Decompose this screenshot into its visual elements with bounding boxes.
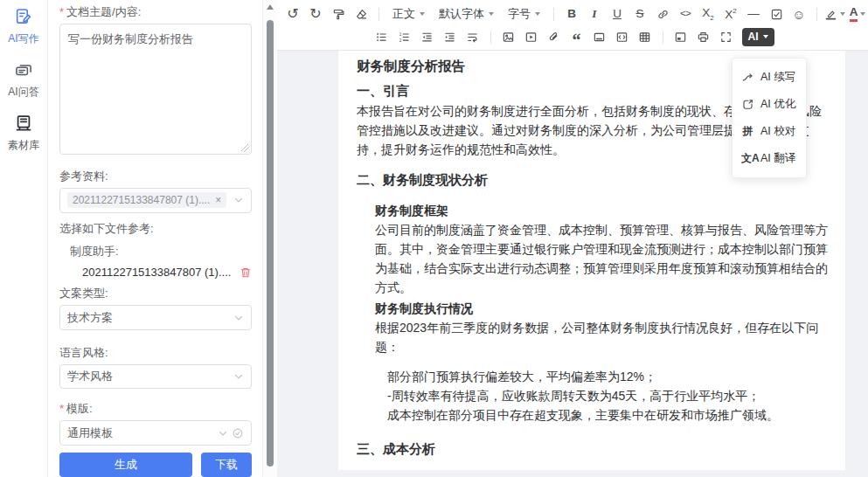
scrollbar-thumb[interactable] [267,20,274,467]
required-mark: * [59,5,64,18]
chevron-down-icon [218,428,228,439]
bullet-list-button[interactable] [372,26,392,47]
template-label: *模版: [59,401,252,417]
strikethrough-button[interactable]: S [629,3,650,24]
video-button[interactable] [521,26,542,47]
ai-continue-item[interactable]: AI 续写 [733,64,806,91]
nav-ai-qa[interactable]: AI问答 [8,60,38,100]
doc-block-p2[interactable]: 部分部门预算执行偏差较大，平均偏差率为12%； [357,367,831,386]
font-color-icon: A [850,6,858,21]
check-circle-icon [232,427,244,439]
table-icon [638,31,651,44]
ai-proofread-item[interactable]: 拼AI 校对 [733,118,806,145]
tag-close-icon[interactable]: × [215,194,221,206]
redo-button[interactable]: ↻ [305,3,326,24]
caret-down-icon [840,12,845,16]
toolbar-divider [490,31,491,44]
undo-button[interactable]: ↺ [282,3,303,24]
template-select[interactable]: 通用模板 [59,420,252,446]
doc-block-p1[interactable]: 公司目前的制度涵盖了资金管理、成本控制、预算管理、核算与报告、风险管理等方面。其… [357,220,831,297]
ordered-list-button[interactable]: 12 [394,26,415,47]
emoji-button[interactable]: ☺ [788,3,809,24]
toolbar-divider [553,8,554,21]
subscript-icon: X2 [702,7,713,22]
font-size-select-label: 字号 [508,6,531,22]
ai-translate-item[interactable]: 文AAI 翻译 [733,145,806,172]
topic-label: *文档主题/内容: [59,4,252,20]
divider-block-button[interactable] [589,26,610,47]
ai-menu-item-label: AI 翻译 [760,151,795,166]
topic-input[interactable]: 写一份财务制度分析报告 [59,24,252,155]
bold-button[interactable]: B [561,3,582,24]
form-scrollbar[interactable] [262,0,277,477]
font-size-select[interactable]: 字号 [502,3,546,24]
checkbox-icon [770,8,783,21]
ai-menu-item-label: AI 优化 [760,97,795,112]
highlight-icon [824,8,837,21]
line-break-button[interactable] [462,26,483,47]
textarea-resize-handle[interactable] [241,144,249,152]
outdent-button[interactable] [417,26,438,47]
reference-select[interactable]: 2021122715133847807 (1).... × [59,188,252,213]
caret-down-icon [535,12,540,16]
ai-optimize-item[interactable]: AI 优化 [733,91,806,118]
print-button[interactable] [693,26,714,47]
paragraph-style-select[interactable]: 正文 [386,3,431,24]
italic-button[interactable]: I [584,3,605,24]
library-icon [14,114,33,136]
font-color-button[interactable]: A [847,3,868,24]
caret-down-icon [860,12,865,16]
bold-icon: B [567,8,576,20]
format-painter-button[interactable] [328,3,349,24]
table-button[interactable] [635,26,656,47]
download-button[interactable]: 下载 [201,453,252,477]
underline-icon: U [613,8,621,20]
doc-block-p2[interactable]: -周转效率有待提高，应收账款周转天数为45天，高于行业平均水平； [357,386,831,405]
code-block-button[interactable] [612,26,633,47]
scroll-up-arrow-icon[interactable] [267,4,274,10]
nav-material-library[interactable]: 素材库 [8,114,39,153]
quote-icon: “ [573,32,581,41]
subscript-button[interactable]: X2 [698,3,719,24]
doc-block-p1[interactable]: 根据2023年前三季度的财务数据，公司整体财务制度执行情况良好，但存在以下问题： [357,318,831,356]
clear-format-button[interactable] [351,3,372,24]
eraser-icon [355,8,368,21]
attachment-button[interactable] [544,26,565,47]
image-button[interactable] [498,26,519,47]
quote-button[interactable]: “ [566,26,587,47]
app: AI写作AI问答素材库 *文档主题/内容: 写一份财务制度分析报告 参考资料: … [0,0,868,477]
doc-block-h3[interactable]: 财务制度执行情况 [357,299,831,318]
task-list-button[interactable] [766,3,787,24]
ai-menu-button[interactable]: AI [742,28,774,46]
svg-text:1: 1 [399,31,402,36]
link-button[interactable] [652,3,673,24]
panel-icon [674,31,687,44]
divider-block-icon [593,31,606,44]
trash-icon[interactable] [240,266,252,279]
type-select[interactable]: 技术方案 [59,305,252,330]
toolbar-divider [663,31,663,44]
attachment-icon [547,31,560,44]
doc-block-h3[interactable]: 财务制度框架 [357,201,831,220]
toolbar-divider [378,8,379,21]
code-icon: <> [680,9,691,19]
nav-ai-writing[interactable]: AI写作 [8,7,38,46]
style-select[interactable]: 学术风格 [59,364,252,390]
fullscreen-button[interactable] [716,26,737,47]
panel-button[interactable] [670,26,691,47]
inline-code-button[interactable]: <> [675,3,696,24]
underline-button[interactable]: U [607,3,628,24]
type-label: 文案类型: [59,286,252,301]
indent-button[interactable] [440,26,461,47]
horizontal-rule-button[interactable]: — [743,3,764,24]
continue-icon [741,71,754,84]
doc-block-p2[interactable]: 成本控制在部分项目中存在超支现象，主要集中在研发和市场推广领域。 [357,405,831,425]
highlight-color-button[interactable] [824,3,845,24]
font-family-select[interactable]: 默认字体 [433,3,500,24]
generate-button[interactable]: 生成 [59,453,192,477]
nav-rail: AI写作AI问答素材库 [0,0,48,477]
bullet-list-icon [375,31,388,44]
superscript-button[interactable]: X2 [720,3,741,24]
italic-icon: I [592,8,596,20]
doc-block-h2[interactable]: 三、成本分析 [357,439,831,460]
